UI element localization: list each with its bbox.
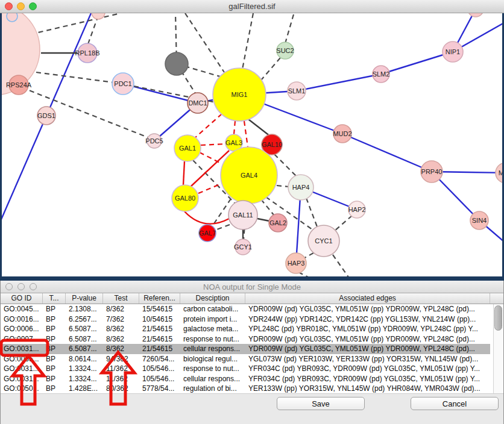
edge[interactable] <box>342 134 432 172</box>
table-cell: 11/362 <box>103 375 139 383</box>
edge[interactable] <box>277 186 289 187</box>
table-cell: 6.5087... <box>66 335 103 343</box>
table-cell: 15/54615 <box>139 305 180 313</box>
node-label-SLM2: SLM2 <box>373 70 390 78</box>
table-row[interactable]: GO:0006...BP6.5087...8/36221/54615galact… <box>1 324 490 334</box>
edge[interactable] <box>285 14 294 43</box>
edge[interactable] <box>36 72 123 84</box>
column-header[interactable]: P-value <box>66 293 103 304</box>
node-label-GAL4: GAL4 <box>241 172 257 179</box>
table-cell: YFR034C (pd) YBR093C, YDR009W (pd) YGL03… <box>245 375 490 383</box>
table-row[interactable]: GO:0065...BP8.0614...94/3627260/54...bio… <box>1 354 490 364</box>
table-cell: GO:0031... <box>1 364 43 373</box>
network-titlebar: galFiltered.sif <box>0 0 504 13</box>
table-cell: BP <box>43 315 66 323</box>
node-label-GAL10: GAL10 <box>262 141 282 148</box>
table-cell: 5778/54... <box>139 384 180 393</box>
node-top-cut[interactable] <box>92 13 105 19</box>
edge[interactable] <box>234 121 235 134</box>
table-cell: BP <box>43 344 66 353</box>
node-label-PRP40: PRP40 <box>421 168 443 175</box>
edge[interactable] <box>30 13 121 34</box>
table-cell: GO:0031... <box>1 375 43 383</box>
table-cell: 6.5087... <box>66 344 103 353</box>
node-label-PDC1: PDC1 <box>114 80 131 87</box>
table-cell: GO:0006... <box>1 325 43 333</box>
edge[interactable] <box>381 52 453 74</box>
table-cell: response to nut... <box>180 364 245 373</box>
edge[interactable] <box>257 219 269 221</box>
edge[interactable] <box>185 13 224 72</box>
table-cell: 8/362 <box>103 344 139 353</box>
table-cell: biological regul... <box>180 355 245 363</box>
column-header[interactable]: Referen... <box>139 293 180 304</box>
column-header[interactable]: T... <box>43 293 66 304</box>
table-cell: YPL248C (pd) YBR018C, YML051W (pp) YDR00… <box>245 325 490 333</box>
table-cell: 1.428E... <box>66 384 103 393</box>
edge[interactable] <box>194 114 222 139</box>
table-cell: YGL073W (pd) YER103W, YER133W (pp) YOR31… <box>245 355 490 363</box>
node-label-CYC1: CYC1 <box>315 237 332 245</box>
edge[interactable] <box>261 199 274 216</box>
edge[interactable] <box>242 13 253 69</box>
scrollbar-thumb[interactable] <box>494 305 502 331</box>
edge[interactable] <box>183 161 184 185</box>
table-cell: GO:0016... <box>1 315 43 323</box>
edge[interactable] <box>198 184 221 193</box>
node-label-GCY1: GCY1 <box>234 243 252 251</box>
table-cell: 80/362 <box>103 384 139 393</box>
column-header[interactable]: Test <box>103 293 139 304</box>
table-cell: GO:0031... <box>1 344 43 353</box>
table-row[interactable]: GO:0045...BP2.1308...8/36215/54615carbon… <box>1 304 490 314</box>
edge[interactable] <box>201 144 225 145</box>
table-cell: 8/362 <box>103 335 139 343</box>
edge[interactable] <box>334 216 352 231</box>
node-label-MIG1: MIG1 <box>232 91 248 98</box>
table-cell: 10/54615 <box>139 315 180 323</box>
save-button[interactable]: Save <box>277 397 365 410</box>
table-cell: 1.3324... <box>66 375 103 383</box>
table-row[interactable]: GO:0050...BP1.428E...80/3625778/54...reg… <box>1 384 490 394</box>
table-cell: BP <box>43 325 66 333</box>
table-row[interactable]: GO:0007...BP6.5087...8/36221/54615respon… <box>1 334 490 344</box>
edge[interactable] <box>261 58 280 80</box>
table-cell: BP <box>43 335 66 343</box>
node-label-GAL2: GAL2 <box>269 219 286 226</box>
edge[interactable] <box>333 255 348 276</box>
table-cell: 105/546... <box>139 375 180 383</box>
table-cell: BP <box>43 384 66 393</box>
cancel-button[interactable]: Cancel <box>411 397 499 410</box>
edge[interactable] <box>244 121 248 147</box>
table-row[interactable]: GO:0016...BP6.2567...7/36210/54615protei… <box>1 314 490 325</box>
edge[interactable] <box>248 119 270 136</box>
node-label-HAP3: HAP3 <box>288 260 305 267</box>
edge[interactable] <box>200 152 222 164</box>
table-cell: GO:0065... <box>1 355 43 363</box>
edge[interactable] <box>215 225 230 230</box>
column-header[interactable]: Associated edges <box>245 293 490 304</box>
table-cell: BP <box>43 305 66 313</box>
table-cell: 8/362 <box>103 305 139 313</box>
vertical-scrollbar[interactable] <box>493 304 503 393</box>
noa-window-title: NOA output for Single Mode <box>1 282 503 292</box>
edge[interactable] <box>306 198 318 228</box>
table-cell: 2.1308... <box>66 305 103 313</box>
network-canvas[interactable]: RPL18BRPS24AGDS1PDC1DMC1MIG1SUC2SLM1SLM2… <box>0 13 504 281</box>
column-header[interactable]: GO ID <box>1 293 43 304</box>
node-label-GAL1: GAL1 <box>179 145 196 152</box>
edge[interactable] <box>297 74 381 91</box>
table-row-selected[interactable]: GO:0031...BP6.5087...8/36221/54615cellul… <box>1 344 490 354</box>
table-cell: carbon cataboli... <box>180 305 245 313</box>
edge[interactable] <box>184 211 229 224</box>
table-cell: 6.5087... <box>66 325 103 333</box>
node-gray-node[interactable] <box>165 52 188 75</box>
table-cell: BP <box>43 355 66 363</box>
column-header[interactable]: Desciption <box>180 293 245 304</box>
node-top-small[interactable] <box>7 13 17 22</box>
node-tr-cut[interactable] <box>468 13 484 17</box>
table-row[interactable]: GO:0031...BP1.3324...11/362105/546...res… <box>1 364 490 374</box>
table-cell: YDR009W (pd) YGL035C, YML051W (pp) YDR00… <box>245 305 490 313</box>
table-row[interactable]: GO:0031...BP1.3324...11/362105/546...cel… <box>1 374 490 384</box>
table-cell: GO:0050... <box>1 384 43 393</box>
table-cell: 11/362 <box>103 364 139 373</box>
